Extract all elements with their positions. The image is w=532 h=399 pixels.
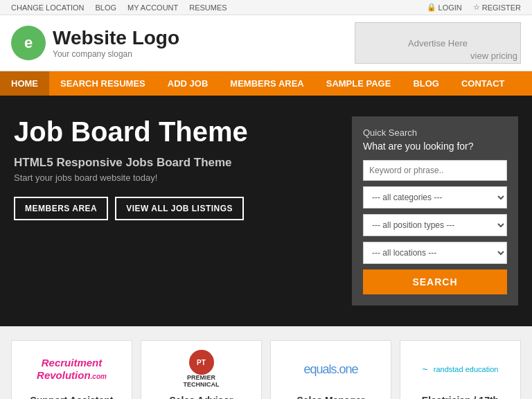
quick-search-panel: Quick Search What are you looking for? -…	[352, 116, 518, 305]
premier-technical-logo: PT PREMIERTECHNICAL	[184, 350, 220, 389]
blog-link-top[interactable]: BLOG	[96, 3, 117, 12]
advertise-box[interactable]: Advertise Here view pricing	[355, 22, 521, 64]
location-select[interactable]: --- all locations ---	[363, 242, 507, 264]
nav-item-search-resumes[interactable]: SEARCH RESUMES	[49, 71, 157, 96]
nav-item-home[interactable]: HOME	[0, 71, 49, 96]
main-nav: HOME SEARCH RESUMES ADD JOB MEMBERS AREA…	[0, 71, 532, 96]
quick-search-heading: Quick Search	[363, 127, 507, 138]
logo-text: Website Logo Your company slogan	[53, 27, 179, 59]
keyword-input[interactable]	[363, 160, 507, 181]
equals-one-logo: equals.one	[303, 362, 357, 377]
logo-title: Website Logo	[53, 27, 179, 49]
view-pricing-link[interactable]: view pricing	[470, 51, 517, 61]
header: e Website Logo Your company slogan Adver…	[0, 15, 532, 71]
recruitment-revolution-logo: Recruitment Revolution.com	[37, 357, 107, 382]
job-card-1: PT PREMIERTECHNICAL Sales Advisor Full-t…	[141, 340, 262, 399]
categories-select[interactable]: --- all categories ---	[363, 186, 507, 209]
advertise-text: Advertise Here	[408, 38, 468, 48]
members-area-button[interactable]: MEMBERS AREA	[14, 197, 108, 220]
job-card-0: Recruitment Revolution.com Support Assis…	[11, 340, 132, 399]
nav-item-blog[interactable]: BLOG	[402, 71, 450, 96]
hero-buttons: MEMBERS AREA VIEW ALL JOB LISTINGS	[14, 197, 338, 220]
lock-icon: 🔒	[427, 3, 436, 12]
job-title-3: Electrician / 17th Edition	[411, 395, 509, 399]
search-button[interactable]: SEARCH	[363, 269, 507, 294]
logo-slogan: Your company slogan	[53, 49, 179, 59]
job-cards-section: Recruitment Revolution.com Support Assis…	[0, 326, 532, 399]
randstad-logo: randstad education	[423, 364, 499, 375]
job-title-0: Support Assistant	[30, 395, 113, 399]
top-bar: CHANGE LOCATION BLOG MY ACCOUNT RESUMES …	[0, 0, 532, 15]
company-logo-1: PT PREMIERTECHNICAL	[163, 352, 240, 387]
logo-icon: e	[11, 26, 46, 60]
company-logo-2: equals.one	[293, 352, 369, 387]
register-link[interactable]: ☆ REGISTER	[473, 3, 521, 12]
hero-title: Job Board Theme	[14, 116, 338, 148]
top-bar-right: 🔒 LOGIN ☆ REGISTER	[427, 3, 521, 12]
nav-item-members-area[interactable]: MEMBERS AREA	[219, 71, 314, 96]
job-title-2: Sales Manager	[296, 395, 364, 399]
company-logo-3: randstad education	[423, 352, 499, 387]
my-account-link[interactable]: MY ACCOUNT	[127, 3, 178, 12]
resumes-link[interactable]: RESUMES	[189, 3, 227, 12]
job-card-2: equals.one Sales Manager Contract	[270, 340, 391, 399]
job-title-1: Sales Advisor	[169, 395, 233, 399]
login-link[interactable]: 🔒 LOGIN	[427, 3, 462, 12]
nav-item-add-job[interactable]: ADD JOB	[157, 71, 220, 96]
star-icon: ☆	[473, 3, 480, 12]
nav-item-sample-page[interactable]: SAMPLE PAGE	[315, 71, 402, 96]
change-location-link[interactable]: CHANGE LOCATION	[11, 3, 85, 12]
nav-item-contact[interactable]: CONTACT	[450, 71, 516, 96]
company-logo-0: Recruitment Revolution.com	[34, 352, 110, 387]
hero-subtitle: HTML5 Responsive Jobs Board Theme	[14, 156, 338, 170]
top-bar-left: CHANGE LOCATION BLOG MY ACCOUNT RESUMES	[11, 3, 227, 12]
job-card-3: randstad education Electrician / 17th Ed…	[400, 340, 521, 399]
logo-area: e Website Logo Your company slogan	[11, 26, 179, 60]
quick-search-subheading: What are you looking for?	[363, 141, 507, 152]
view-all-jobs-button[interactable]: VIEW ALL JOB LISTINGS	[115, 197, 244, 220]
hero-section: Job Board Theme HTML5 Responsive Jobs Bo…	[0, 96, 532, 326]
hero-text: Job Board Theme HTML5 Responsive Jobs Bo…	[14, 116, 338, 220]
hero-description: Start your jobs board website today!	[14, 172, 338, 183]
position-select[interactable]: --- all position types ---	[363, 214, 507, 236]
